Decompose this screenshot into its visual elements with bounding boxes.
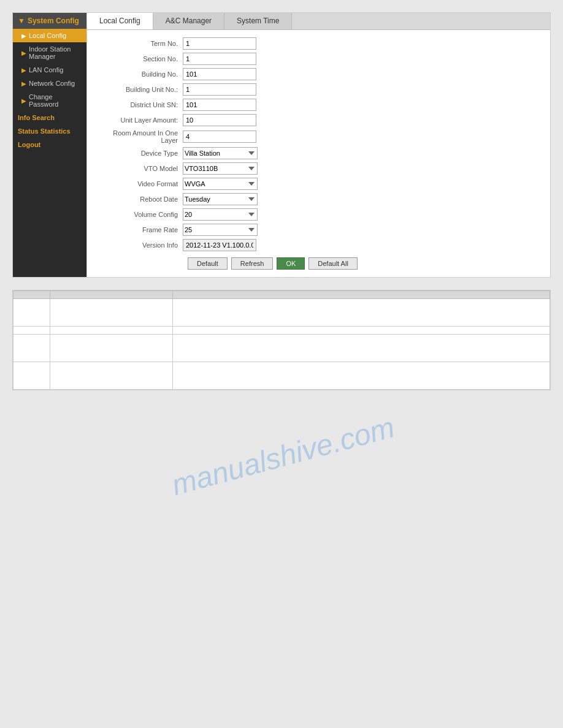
arrow-icon: ▶: [21, 50, 26, 56]
sidebar-item-label: Change Password: [29, 93, 82, 108]
tab-bar: Local ConfigA&C ManagerSystem Time: [87, 13, 550, 30]
form-label-frame-rate: Frame Rate: [97, 226, 183, 233]
table-cell: [13, 327, 50, 335]
form-input-district-unit-sn[interactable]: [183, 99, 256, 111]
form-row-unit-layer-amount: Unit Layer Amount:: [97, 114, 540, 126]
form-label-building-unit-no: Building Unit No.:: [97, 86, 183, 93]
form-row-building-unit-no: Building Unit No.:: [97, 83, 540, 96]
sidebar-group-info-search[interactable]: Info Search: [13, 111, 86, 124]
arrow-icon: ▶: [21, 32, 26, 39]
form-input-term-no[interactable]: [183, 37, 256, 50]
triangle-icon: ▼: [18, 17, 25, 25]
form-label-room-amount: Room Amount In One Layer: [97, 129, 183, 144]
sidebar-item-lan-config[interactable]: ▶LAN Config: [13, 63, 86, 77]
form-row-device-type: Device TypeVilla StationCommunity Statio…: [97, 147, 540, 159]
sidebar-item-indoor-station[interactable]: ▶Indoor Station Manager: [13, 42, 86, 63]
form-row-section-no: Section No.: [97, 53, 540, 65]
table-row: [13, 335, 550, 362]
table-cell: [13, 362, 50, 390]
default-button[interactable]: Default: [188, 257, 228, 270]
sidebar-group-status-statistics[interactable]: Status Statistics: [13, 124, 86, 138]
sidebar-item-label: Network Config: [29, 80, 75, 87]
table-row: [13, 327, 550, 335]
table-cell: [50, 335, 173, 362]
table-cell: [50, 362, 173, 390]
arrow-icon: ▶: [21, 80, 26, 87]
form-input-building-unit-no[interactable]: [183, 83, 256, 96]
form-row-volume-config: Volume Config1015202530: [97, 208, 540, 221]
form-label-term-no: Term No.: [97, 40, 183, 47]
form-select-vto-model[interactable]: VTO3110BVTO3110A: [183, 162, 258, 175]
table-cell: [13, 335, 50, 362]
form-label-unit-layer-amount: Unit Layer Amount:: [97, 116, 183, 124]
form-row-term-no: Term No.: [97, 37, 540, 50]
table-cell: [50, 327, 173, 335]
table-row: [13, 362, 550, 390]
form-input-version-info[interactable]: [183, 239, 256, 251]
form-select-device-type[interactable]: Villa StationCommunity Station: [183, 147, 258, 159]
ok-button[interactable]: OK: [277, 257, 305, 270]
form-label-vto-model: VTO Model: [97, 165, 183, 172]
table-cell: [50, 299, 173, 327]
arrow-icon: ▶: [21, 97, 26, 104]
table-cell: [173, 299, 550, 327]
button-row: DefaultRefreshOKDefault All: [97, 257, 540, 270]
form-row-district-unit-sn: District Unit SN:: [97, 99, 540, 111]
form-row-video-format: Video FormatWVGAVGA720P: [97, 178, 540, 190]
sidebar-group-logout[interactable]: Logout: [13, 138, 86, 151]
table-cell: [13, 299, 50, 327]
form-row-frame-rate: Frame Rate15202530: [97, 224, 540, 236]
table-row: [13, 299, 550, 327]
form-label-reboot-date: Reboot Date: [97, 195, 183, 203]
sidebar-item-label: LAN Config: [29, 66, 63, 74]
lower-table: [13, 290, 550, 390]
form-label-building-no: Building No.: [97, 70, 183, 78]
table-header-col1: [13, 291, 50, 299]
form-input-room-amount[interactable]: [183, 131, 256, 143]
table-cell: [173, 335, 550, 362]
sidebar: ▼ System Config ▶Local Config▶Indoor Sta…: [13, 13, 86, 277]
content-area: Local ConfigA&C ManagerSystem Time Term …: [86, 13, 550, 277]
table-header-col2: [50, 291, 173, 299]
form-label-video-format: Video Format: [97, 180, 183, 188]
form-row-reboot-date: Reboot DateMondayTuesdayWednesdayThursda…: [97, 193, 540, 205]
form-row-room-amount: Room Amount In One Layer: [97, 129, 540, 144]
form-select-reboot-date[interactable]: MondayTuesdayWednesdayThursdayFridaySatu…: [183, 193, 258, 205]
lower-table-wrapper: [12, 290, 551, 390]
tab-local-config-tab[interactable]: Local Config: [87, 13, 153, 29]
page-wrapper: ▼ System Config ▶Local Config▶Indoor Sta…: [0, 0, 563, 728]
sidebar-item-label: Local Config: [29, 32, 66, 39]
sidebar-item-network-config[interactable]: ▶Network Config: [13, 77, 86, 90]
table-cell: [173, 327, 550, 335]
sidebar-section-label: System Config: [28, 17, 79, 25]
sidebar-items-container: ▶Local Config▶Indoor Station Manager▶LAN…: [13, 29, 86, 111]
form-label-version-info: Version Info: [97, 241, 183, 249]
sidebar-item-label: Indoor Station Manager: [29, 45, 82, 60]
form-row-building-no: Building No.: [97, 68, 540, 80]
main-panel: ▼ System Config ▶Local Config▶Indoor Sta…: [12, 12, 551, 278]
arrow-icon: ▶: [21, 67, 26, 74]
form-select-video-format[interactable]: WVGAVGA720P: [183, 178, 258, 190]
sidebar-item-change-password[interactable]: ▶Change Password: [13, 90, 86, 111]
form-label-device-type: Device Type: [97, 150, 183, 157]
form-input-building-no[interactable]: [183, 68, 256, 80]
form-row-vto-model: VTO ModelVTO3110BVTO3110A: [97, 162, 540, 175]
form-content: Term No.Section No.Building No.Building …: [87, 30, 550, 277]
form-select-volume-config[interactable]: 1015202530: [183, 208, 258, 221]
default-all-button[interactable]: Default All: [308, 257, 358, 270]
form-input-section-no[interactable]: [183, 53, 256, 65]
table-cell: [173, 362, 550, 390]
form-label-section-no: Section No.: [97, 55, 183, 63]
tab-system-time-tab[interactable]: System Time: [224, 13, 292, 29]
sidebar-groups-container: Info SearchStatus StatisticsLogout: [13, 111, 86, 151]
form-row-version-info: Version Info: [97, 239, 540, 251]
tab-ac-manager-tab[interactable]: A&C Manager: [153, 13, 224, 29]
form-input-unit-layer-amount[interactable]: [183, 114, 256, 126]
sidebar-item-local-config[interactable]: ▶Local Config: [13, 29, 86, 42]
sidebar-section-header: ▼ System Config: [13, 13, 86, 29]
table-header-col3: [173, 291, 550, 299]
form-label-volume-config: Volume Config: [97, 211, 183, 218]
form-select-frame-rate[interactable]: 15202530: [183, 224, 258, 236]
form-label-district-unit-sn: District Unit SN:: [97, 101, 183, 108]
refresh-button[interactable]: Refresh: [231, 257, 274, 270]
